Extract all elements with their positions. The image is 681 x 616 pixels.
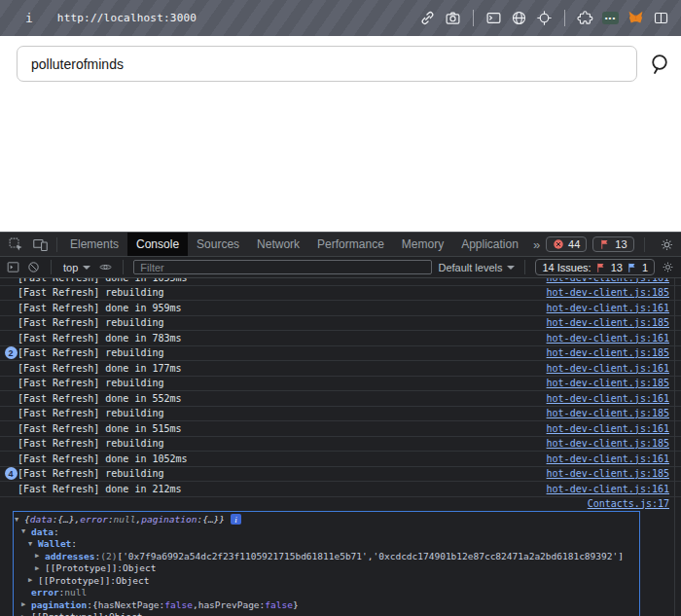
crosshair-icon[interactable] [536,10,553,26]
tree-segment-null: null [114,514,136,525]
log-levels-selector[interactable]: Default levels [438,262,515,273]
tab-memory[interactable]: Memory [393,233,452,256]
log-levels-label: Default levels [438,262,502,273]
tree-segment-plain: Object [116,575,149,586]
object-tree-row[interactable]: error: null [14,587,639,599]
extensions-icon[interactable] [577,10,593,26]
console-log-row: [Fast Refresh] done in 783mshot-dev-clie… [0,331,681,346]
console-log-row: [Fast Refresh] done in 515mshot-dev-clie… [0,421,681,437]
object-tree-row[interactable]: ▶addresses: (2) ['0x7f9a6992a54dc2f23f11… [14,550,639,562]
expand-arrow-icon[interactable]: ▼ [21,527,31,535]
log-gutter: 4 [4,467,18,480]
object-tree-row[interactable]: ▶[[Prototype]]: Object [14,562,639,575]
tab-elements[interactable]: Elements [61,233,127,256]
tab-network[interactable]: Network [248,233,308,256]
inspect-element-icon[interactable] [8,236,24,253]
expand-arrow-icon[interactable]: ▶ [21,600,31,608]
object-tree-row[interactable]: ▶[[Prototype]]: Object [14,611,639,616]
source-link[interactable]: hot-dev-client.js:161 [547,453,669,464]
tree-segment-key: data [31,526,54,537]
device-toolbar-icon[interactable] [32,236,49,253]
more-tabs-button[interactable]: » [527,237,546,252]
log-message-text: [Fast Refresh] rebuilding [18,317,537,328]
split-view-icon[interactable] [653,10,669,26]
expand-arrow-icon[interactable]: ▼ [28,540,38,548]
console-sidebar-icon[interactable] [6,260,20,274]
source-link[interactable]: hot-dev-client.js:185 [547,317,669,328]
tree-segment-pkey: data [30,514,53,525]
source-link[interactable]: Contacts.js:17 [588,498,669,509]
expand-arrow-icon[interactable]: ▶ [35,552,45,560]
source-link[interactable]: hot-dev-client.js:185 [547,438,669,449]
log-gutter: 2 [4,346,18,359]
expand-arrow-icon[interactable]: ▶ [28,576,38,584]
console-errors-badge[interactable]: 44 [546,236,587,252]
tree-segment-plain: Object [123,562,156,573]
log-message-text: [Fast Refresh] done in 515ms [18,423,537,434]
source-link[interactable]: hot-dev-client.js:161 [547,363,669,374]
tree-segment-plain: [[Prototype]] [45,562,117,573]
console-filter-input[interactable] [133,260,432,274]
console-settings-gear-icon[interactable] [661,260,675,274]
expand-arrow-icon[interactable]: ▶ [35,564,45,572]
source-link[interactable]: hot-dev-client.js:161 [547,278,669,283]
error-icon [553,238,564,250]
object-tree-row[interactable]: ▼{data: {…}, error: null, pagination: {…… [14,514,639,526]
object-tree-row[interactable]: ▶[[Prototype]]: Object [14,574,639,587]
more-menu-icon[interactable]: ••• [602,12,619,24]
tree-segment-plain: : [71,538,77,549]
context-selector[interactable]: top [61,262,92,273]
issues-blue-count: 1 [642,262,648,273]
tree-segment-plain: } [219,514,225,525]
source-link[interactable]: hot-dev-client.js:161 [547,333,669,344]
metamask-icon[interactable] [627,10,644,26]
tab-sources[interactable]: Sources [188,233,248,256]
console-log-row: [Fast Refresh] rebuildinghot-dev-client.… [0,407,681,422]
source-link[interactable]: hot-dev-client.js:185 [547,347,669,358]
camera-icon[interactable] [445,10,461,26]
tree-segment-pkey: error [80,514,108,525]
gear-icon[interactable] [659,236,675,253]
source-link[interactable]: hot-dev-client.js:185 [547,378,669,388]
clear-console-icon[interactable] [26,260,41,274]
log-message-text: [Fast Refresh] done in 1055ms [18,278,537,283]
object-tree-row[interactable]: ▼data: [14,525,639,538]
search-input[interactable] [17,46,637,82]
issues-summary[interactable]: 14 Issues: 13 1 [535,259,655,275]
link-icon[interactable] [419,10,436,26]
source-link[interactable]: hot-dev-client.js:161 [547,423,669,434]
source-link[interactable]: hot-dev-client.js:185 [547,287,669,298]
tree-segment-plain: Object [109,611,142,616]
tree-segment-key: error [31,587,59,598]
source-link[interactable]: hot-dev-client.js:185 [547,408,669,418]
object-tree-row[interactable]: ▶pagination: {hasNextPage: false, hasPre… [14,598,639,611]
search-icon[interactable] [648,53,671,76]
source-link[interactable]: hot-dev-client.js:161 [547,484,669,494]
console-log-row: [Fast Refresh] done in 1052mshot-dev-cli… [0,452,681,467]
devtools-tabs: ElementsConsoleSourcesNetworkPerformance… [61,233,527,256]
expand-arrow-icon[interactable]: ▼ [15,516,24,524]
divider [524,260,525,274]
issues-badge[interactable]: 13 [592,236,633,252]
console-log-row: [Fast Refresh] done in 177mshot-dev-clie… [0,361,681,377]
live-expression-eye-icon[interactable] [98,260,113,274]
object-log-row: Contacts.js:17 [0,497,681,510]
tab-performance[interactable]: Performance [308,233,393,256]
error-count: 44 [568,238,580,250]
tab-application[interactable]: Application [452,233,527,256]
devtools-panel: ElementsConsoleSourcesNetworkPerformance… [0,232,681,616]
tab-console[interactable]: Console [127,233,188,256]
source-link[interactable]: hot-dev-client.js:185 [547,468,669,479]
globe-icon[interactable] [511,10,527,26]
tree-segment-plain: } [293,599,299,610]
source-link[interactable]: hot-dev-client.js:161 [547,393,669,404]
tree-segment-str: '0x7f9a6992a54dc2f23f1105921715bd61811e5… [123,551,368,562]
tree-segment-bool: false [164,599,193,610]
url-text[interactable]: http://localhost:3000 [57,12,197,24]
console-log-row: [Fast Refresh] done in 552mshot-dev-clie… [0,391,681,407]
repeat-count-badge: 2 [5,346,18,359]
object-tree-row[interactable]: ▼Wallet: [14,538,639,551]
terminal-icon[interactable] [485,10,502,26]
source-link[interactable]: hot-dev-client.js:161 [547,303,669,313]
console-log-row: [Fast Refresh] rebuildinghot-dev-client.… [0,437,681,453]
